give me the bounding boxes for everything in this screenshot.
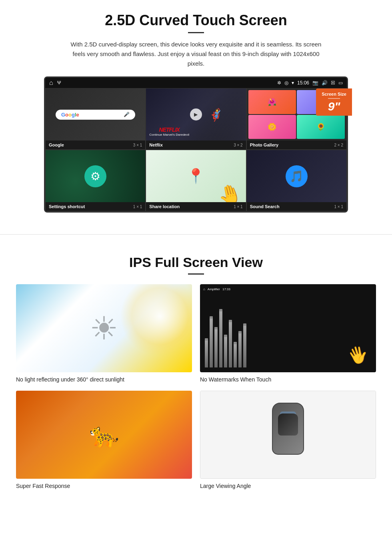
sunlight-image: ☀ bbox=[16, 284, 192, 372]
car-image bbox=[200, 391, 376, 479]
amp-bar-2 bbox=[210, 316, 213, 367]
location-icon: ◎ bbox=[284, 80, 288, 86]
google-app-name: Google bbox=[49, 143, 64, 147]
maps-app-size: 1 × 1 bbox=[234, 205, 243, 209]
volume-icon: 🔊 bbox=[322, 80, 328, 86]
app-grid-row2: ⚙ Settings shortcut 1 × 1 📍 🤚 Share loca… bbox=[45, 150, 347, 211]
settings-label-row: Settings shortcut 1 × 1 bbox=[46, 202, 145, 211]
google-app-cell[interactable]: Google 🎤 Google 3 × 1 bbox=[45, 88, 146, 150]
google-app-size: 3 × 1 bbox=[133, 143, 142, 147]
car-visual bbox=[200, 391, 376, 479]
netflix-app-size: 3 × 2 bbox=[234, 143, 243, 147]
google-thumbnail: Google 🎤 bbox=[46, 88, 145, 141]
sound-search-app-name: Sound Search bbox=[250, 204, 280, 209]
section2-title: IPS Full Screen View bbox=[16, 255, 376, 270]
amp-bar-8 bbox=[238, 331, 242, 368]
hand-gesture-icon: 🤚 bbox=[215, 181, 244, 202]
amp-home-icon: ⌂ bbox=[203, 287, 205, 291]
netflix-label-row: Netflix 3 × 2 bbox=[146, 141, 246, 149]
section-curved-screen: 2.5D Curved Touch Screen With 2.5D curve… bbox=[0, 0, 392, 222]
amp-time: 17:33 bbox=[222, 287, 230, 291]
gallery-photo-3: 🌼 bbox=[248, 115, 296, 139]
amp-header: ⌂ Amplifier 17:33 bbox=[203, 287, 373, 291]
feature-amplifier: ⌂ Amplifier 17:33 bbox=[200, 284, 376, 383]
maps-label-row: Share location 1 × 1 bbox=[146, 202, 246, 211]
netflix-thumbnail: 🦸 ▶ NETFLIX Continue Marvel's Daredevil bbox=[146, 88, 246, 141]
settings-icon: ⚙ bbox=[84, 165, 106, 187]
maps-app-name: Share location bbox=[149, 204, 180, 209]
section1-description: With 2.5D curved-display screen, this de… bbox=[68, 40, 324, 68]
car-caption: Large Viewing Angle bbox=[200, 483, 376, 489]
amp-title: Amplifier bbox=[208, 287, 220, 291]
amp-bar-5 bbox=[224, 335, 227, 367]
feature-cheetah: 🐆 Super Fast Response bbox=[16, 391, 192, 489]
settings-app-size: 1 × 1 bbox=[133, 205, 142, 209]
car-roof bbox=[278, 413, 298, 436]
amplifier-caption: No Watermarks When Touch bbox=[200, 376, 376, 383]
netflix-app-cell[interactable]: 🦸 ▶ NETFLIX Continue Marvel's Daredevil … bbox=[146, 88, 246, 150]
sun-icon: ☀ bbox=[90, 310, 118, 347]
mic-icon: 🎤 bbox=[124, 112, 130, 117]
netflix-content: NETFLIX Continue Marvel's Daredevil bbox=[149, 126, 189, 136]
status-bar: ⌂ Ψ ✲ ◎ ▾ 15:06 📷 🔊 ☒ ▭ bbox=[45, 78, 347, 88]
amplifier-visual: ⌂ Amplifier 17:33 bbox=[200, 284, 376, 372]
maps-icon: 📍 bbox=[187, 168, 205, 185]
gallery-photo-4: 🌻 bbox=[297, 115, 345, 139]
badge-size: 9" bbox=[322, 100, 346, 112]
google-search-bar[interactable]: Google 🎤 bbox=[56, 110, 135, 120]
feature-grid: ☀ No light reflecting under 360° direct … bbox=[16, 284, 376, 489]
cheetah-visual: 🐆 bbox=[16, 391, 192, 479]
screen-size-badge: Screen Size 9" bbox=[316, 88, 352, 116]
badge-divider bbox=[328, 98, 340, 99]
home-icon[interactable]: ⌂ bbox=[49, 79, 53, 86]
gallery-app-name: Photo Gallery bbox=[250, 143, 279, 147]
settings-app-cell[interactable]: ⚙ Settings shortcut 1 × 1 bbox=[45, 150, 146, 211]
amp-bars bbox=[203, 293, 373, 369]
cheetah-caption: Super Fast Response bbox=[16, 483, 192, 489]
camera-icon: 📷 bbox=[312, 80, 318, 86]
car-top-view bbox=[264, 403, 312, 467]
amp-bar-7 bbox=[234, 342, 237, 367]
netflix-app-name: Netflix bbox=[149, 143, 163, 147]
close-icon: ☒ bbox=[331, 80, 335, 86]
time-display: 15:06 bbox=[297, 80, 309, 86]
wifi-icon: ▾ bbox=[292, 80, 294, 86]
sound-search-app-size: 1 × 1 bbox=[334, 205, 343, 209]
netflix-logo: NETFLIX bbox=[149, 126, 189, 133]
settings-app-name: Settings shortcut bbox=[49, 204, 85, 209]
play-button[interactable]: ▶ bbox=[190, 108, 202, 120]
title-divider bbox=[188, 32, 204, 33]
window-icon: ▭ bbox=[338, 80, 343, 86]
amp-bar-9 bbox=[243, 323, 246, 367]
netflix-subtitle: Continue Marvel's Daredevil bbox=[149, 133, 189, 136]
amp-bar-3 bbox=[214, 327, 218, 367]
section-separator bbox=[0, 234, 392, 235]
gallery-app-size: 2 × 2 bbox=[334, 143, 343, 147]
cheetah-image: 🐆 bbox=[16, 391, 192, 479]
feature-sunlight: ☀ No light reflecting under 360° direct … bbox=[16, 284, 192, 383]
amplifier-image: ⌂ Amplifier 17:33 bbox=[200, 284, 376, 372]
sunlight-caption: No light reflecting under 360° direct su… bbox=[16, 376, 192, 383]
usb-icon: Ψ bbox=[57, 80, 61, 86]
music-thumbnail: 🎵 bbox=[247, 150, 346, 202]
section1-title: 2.5D Curved Touch Screen bbox=[24, 12, 368, 29]
device-mockup: Screen Size 9" ⌂ Ψ ✲ ◎ ▾ 15:06 📷 🔊 ☒ bbox=[44, 76, 348, 213]
status-bar-right: ✲ ◎ ▾ 15:06 📷 🔊 ☒ ▭ bbox=[277, 80, 343, 86]
google-label-row: Google 3 × 1 bbox=[46, 141, 145, 149]
gallery-label-row: Photo Gallery 2 × 2 bbox=[247, 141, 346, 149]
device-screen: ⌂ Ψ ✲ ◎ ▾ 15:06 📷 🔊 ☒ ▭ bbox=[44, 76, 348, 213]
music-icon: 🎵 bbox=[286, 165, 308, 187]
car-body bbox=[272, 403, 304, 455]
amp-bar-1 bbox=[205, 338, 208, 367]
title-divider-2 bbox=[188, 273, 204, 275]
sunlight-visual: ☀ bbox=[16, 284, 192, 372]
sound-search-app-cell[interactable]: 🎵 Sound Search 1 × 1 bbox=[246, 150, 347, 211]
amp-bar-4 bbox=[219, 309, 222, 367]
google-logo: Google bbox=[61, 112, 79, 118]
section-ips-screen: IPS Full Screen View ☀ No light reflecti… bbox=[0, 247, 392, 501]
maps-app-cell[interactable]: 📍 🤚 Share location 1 × 1 bbox=[146, 150, 246, 211]
maps-thumbnail: 📍 🤚 bbox=[146, 150, 246, 202]
amp-bar-6 bbox=[229, 320, 232, 367]
status-bar-left: ⌂ Ψ bbox=[49, 79, 61, 86]
settings-thumbnail: ⚙ bbox=[46, 150, 145, 202]
